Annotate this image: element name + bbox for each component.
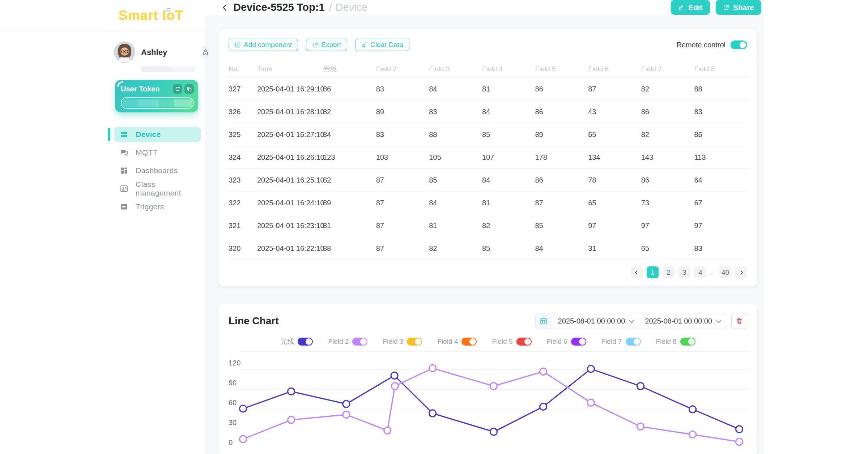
table-cell: 2025-04-01 16:26:10 xyxy=(257,153,323,162)
table-cell: 103 xyxy=(376,153,429,162)
user-token-card: User Token xyxy=(115,80,198,112)
table-cell: 88 xyxy=(323,244,376,253)
breadcrumb-current: Device xyxy=(336,1,368,13)
y-axis-tick: 60 xyxy=(229,399,237,407)
table-cell: 81 xyxy=(323,222,376,230)
table-row: 3202025-04-01 16:22:108887828584316583 xyxy=(229,237,747,260)
series-toggle-field-3[interactable] xyxy=(407,338,422,346)
sidebar-item-triggers[interactable]: Triggers xyxy=(114,199,201,214)
data-point-marker xyxy=(391,383,398,390)
series-line xyxy=(243,369,739,432)
table-cell: 88 xyxy=(694,85,747,93)
table-cell: 2025-04-01 16:24:10 xyxy=(257,199,323,207)
table-cell: 86 xyxy=(323,85,376,93)
column-header: Field 4 xyxy=(482,65,535,73)
add-component-icon xyxy=(235,42,241,48)
data-point-marker xyxy=(540,403,547,410)
table-cell: 87 xyxy=(376,176,429,184)
refresh-icon[interactable] xyxy=(173,84,182,94)
clear-data-icon xyxy=(361,42,367,48)
table-cell: 123 xyxy=(323,153,376,162)
logo-area: Smart IoT xyxy=(0,0,205,31)
calendar-icon[interactable] xyxy=(536,313,552,329)
column-header: Field 7 xyxy=(641,65,694,73)
chart-title: Line Chart xyxy=(229,315,278,327)
table-cell: 81 xyxy=(482,199,535,207)
y-axis-tick: 90 xyxy=(229,379,237,387)
data-point-marker xyxy=(637,383,644,390)
column-header: Field 8 xyxy=(694,65,747,73)
lock-icon[interactable] xyxy=(202,45,209,60)
legend-label: 光线 xyxy=(280,337,294,346)
table-cell: 81 xyxy=(482,85,535,93)
class-management-icon xyxy=(120,184,128,193)
export-icon xyxy=(312,42,318,48)
sidebar-item-dashboards[interactable]: Dashboards xyxy=(114,163,201,178)
table-cell: 84 xyxy=(429,199,482,207)
add-component-button[interactable]: Add component xyxy=(229,39,298,51)
data-point-marker xyxy=(288,388,295,395)
table-cell: 82 xyxy=(482,222,535,230)
data-point-marker xyxy=(490,428,497,435)
series-toggle-field-7[interactable] xyxy=(626,338,641,346)
page-button-1[interactable]: 1 xyxy=(647,266,659,278)
table-cell: 2025-04-01 16:25:10 xyxy=(257,176,323,184)
copy-icon[interactable] xyxy=(184,84,194,94)
series-toggle-field-4[interactable] xyxy=(461,338,477,346)
next-page-button[interactable] xyxy=(735,266,747,278)
table-cell: 82 xyxy=(429,244,482,253)
sidebar-item-device[interactable]: Device xyxy=(114,127,201,142)
series-toggle-field-1[interactable] xyxy=(298,338,313,346)
data-point-marker xyxy=(637,423,644,430)
share-button[interactable]: Share xyxy=(716,0,761,15)
table-row: 3222025-04-01 16:24:108987848187657367 xyxy=(229,192,747,214)
sidebar-item-class-management[interactable]: Class management xyxy=(114,181,201,196)
export-button[interactable]: Export xyxy=(306,39,347,51)
table-cell: 2025-04-01 16:29:10 xyxy=(257,85,323,93)
page-button-2[interactable]: 2 xyxy=(663,266,675,278)
dashboards-icon xyxy=(120,166,128,175)
table-cell: 2025-04-01 16:27:10 xyxy=(257,130,323,139)
table-cell: 86 xyxy=(641,176,694,184)
data-point-marker xyxy=(490,383,497,390)
series-toggle-field-5[interactable] xyxy=(516,338,532,346)
date-from-select[interactable]: 2025-08-01 00:00:00 xyxy=(552,317,639,325)
series-toggle-field-8[interactable] xyxy=(680,338,695,346)
series-toggle-field-6[interactable] xyxy=(571,338,586,346)
table-cell: 88 xyxy=(429,130,482,139)
table-cell: 143 xyxy=(641,153,694,162)
token-value-redacted[interactable] xyxy=(121,97,194,109)
page-button-4[interactable]: 4 xyxy=(694,266,706,278)
sidebar-item-mqtt[interactable]: MQTT xyxy=(114,145,201,160)
breadcrumb-title: Device-5525 Top:1 xyxy=(233,1,325,13)
edit-button[interactable]: Edit xyxy=(671,0,710,15)
y-axis-tick: 120 xyxy=(229,359,241,367)
line-chart: 1209060300 xyxy=(229,348,747,454)
table-cell: 84 xyxy=(482,176,535,184)
legend-item-field-4: Field 4 xyxy=(437,338,477,346)
legend-label: Field 5 xyxy=(492,338,512,346)
table-cell: 81 xyxy=(429,222,482,230)
table-cell: 67 xyxy=(694,199,747,207)
table-cell: 87 xyxy=(588,85,641,93)
remote-control-toggle[interactable] xyxy=(731,40,747,49)
delete-chart-button[interactable] xyxy=(731,313,747,329)
data-point-marker xyxy=(736,426,743,433)
sidebar-item-label: Class management xyxy=(136,180,201,197)
table-cell: 64 xyxy=(694,176,747,184)
clear-data-button[interactable]: Clear Data xyxy=(355,39,409,51)
table-cell: 85 xyxy=(482,130,535,139)
back-icon[interactable] xyxy=(220,2,230,13)
date-to-select[interactable]: 2025-08-01 00:00:00 xyxy=(639,317,726,325)
chevron-down-icon xyxy=(629,318,634,323)
table-cell: 83 xyxy=(694,244,747,253)
pagination: 1234..40 xyxy=(229,266,747,278)
data-point-marker xyxy=(587,365,594,372)
chevron-down-icon xyxy=(716,318,721,323)
series-toggle-field-2[interactable] xyxy=(352,338,367,346)
page-button-3[interactable]: 3 xyxy=(678,266,690,278)
previous-page-button[interactable] xyxy=(631,266,643,278)
table-cell: 325 xyxy=(229,130,257,139)
page-button-40[interactable]: 40 xyxy=(719,266,731,278)
data-point-marker xyxy=(343,401,350,407)
